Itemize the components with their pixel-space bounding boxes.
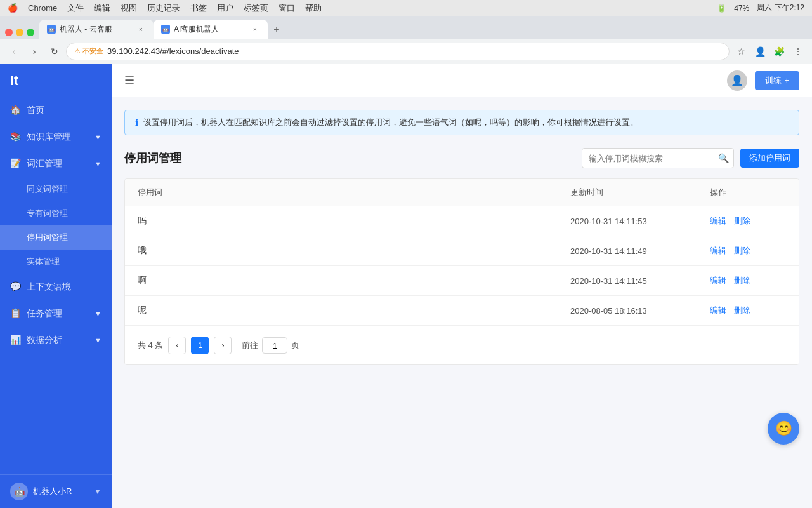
menu-bookmarks[interactable]: 书签 — [190, 3, 207, 14]
toolbar-actions: ☆ 👤 🧩 ⋮ — [732, 43, 807, 60]
delete-btn-1[interactable]: 删除 — [734, 245, 750, 257]
browser-tab-1[interactable]: 🤖 AI客服机器人 × — [154, 20, 268, 39]
actions-1: 编辑 删除 — [710, 245, 786, 257]
close-window-btn[interactable] — [5, 29, 13, 36]
next-page-button[interactable]: › — [214, 337, 232, 354]
sidebar-item-task[interactable]: 📋 任务管理 ▼ — [0, 300, 112, 327]
macos-status: 🔋 47% 周六 下午2:12 — [717, 3, 804, 13]
address-bar[interactable]: ⚠ 不安全 39.100.242.43/#/lexicons/deactivat… — [66, 43, 730, 60]
sidebar-label-context: 上下文语境 — [27, 281, 71, 293]
goto-input[interactable] — [262, 337, 287, 354]
home-icon: 🏠 — [10, 105, 22, 116]
analysis-expand-icon: ▼ — [95, 337, 102, 344]
sidebar-item-synonym[interactable]: 同义词管理 — [0, 177, 112, 201]
bot-avatar: 🤖 — [10, 483, 28, 500]
goto-label: 前往 — [242, 340, 258, 351]
app-header: ☰ 👤 训练 + — [112, 64, 812, 97]
delete-btn-2[interactable]: 删除 — [734, 275, 750, 286]
logo-text: It — [10, 72, 18, 89]
back-button[interactable]: ‹ — [5, 43, 23, 60]
knowledge-expand-icon: ▼ — [95, 133, 102, 141]
actions-2: 编辑 删除 — [710, 275, 786, 286]
chat-icon: 😊 — [775, 420, 792, 437]
menu-edit[interactable]: 编辑 — [94, 3, 110, 14]
menu-help[interactable]: 帮助 — [305, 3, 322, 14]
user-avatar[interactable]: 👤 — [727, 70, 747, 91]
train-button[interactable]: 训练 + — [755, 71, 799, 90]
extensions-icon[interactable]: 🧩 — [770, 43, 788, 60]
clock: 周六 下午2:12 — [757, 3, 804, 13]
sidebar-bot[interactable]: 🤖 机器人小R ▼ — [0, 474, 112, 508]
tab-favicon-1: 🤖 — [161, 25, 170, 34]
edit-btn-2[interactable]: 编辑 — [710, 275, 726, 286]
data-table: 停用词 更新时间 操作 吗 2020-10-31 14:11:53 编辑 删除 … — [124, 178, 799, 365]
search-input[interactable] — [582, 148, 734, 168]
edit-btn-0[interactable]: 编辑 — [710, 215, 726, 227]
browser-tab-0[interactable]: 🤖 机器人 - 云客服 × — [39, 20, 154, 39]
profile-icon[interactable]: 👤 — [751, 43, 769, 60]
col-word: 停用词 — [138, 187, 570, 198]
maximize-window-btn[interactable] — [27, 29, 34, 36]
sidebar-item-knowledge[interactable]: 📚 知识库管理 ▼ — [0, 124, 112, 150]
sidebar-label-entity: 实体管理 — [27, 256, 60, 267]
delete-btn-3[interactable]: 删除 — [734, 305, 750, 316]
sidebar-label-stopword: 停用词管理 — [27, 232, 68, 243]
sidebar-label-synonym: 同义词管理 — [27, 184, 68, 195]
menu-icon[interactable]: ⋮ — [789, 43, 807, 60]
lexicon-expand-icon: ▼ — [95, 160, 102, 168]
sidebar-item-stopword[interactable]: 停用词管理 — [0, 225, 112, 250]
minimize-window-btn[interactable] — [16, 29, 23, 36]
time-2: 2020-10-31 14:11:45 — [570, 276, 710, 286]
edit-btn-3[interactable]: 编辑 — [710, 305, 726, 316]
tab-label-0: 机器人 - 云客服 — [60, 24, 112, 35]
sidebar-label-special: 专有词管理 — [27, 208, 68, 219]
menu-file[interactable]: 文件 — [67, 3, 84, 14]
tab-label-1: AI客服机器人 — [174, 24, 219, 35]
user-icon: 👤 — [731, 74, 743, 86]
actions-0: 编辑 删除 — [710, 215, 786, 227]
add-stopword-button[interactable]: 添加停用词 — [740, 149, 799, 168]
info-text: 设置停用词后，机器人在匹配知识库之前会自动过滤掉设置的停用词，避免一些语气词（如… — [143, 117, 638, 128]
table-header: 停用词 更新时间 操作 — [125, 179, 799, 206]
prev-page-button[interactable]: ‹ — [168, 337, 186, 354]
knowledge-icon: 📚 — [10, 131, 22, 143]
current-page-button[interactable]: 1 — [191, 337, 209, 354]
sidebar-label-knowledge: 知识库管理 — [27, 131, 71, 143]
search-area: 🔍 添加停用词 — [582, 148, 799, 168]
edit-btn-1[interactable]: 编辑 — [710, 245, 726, 257]
tab-close-0[interactable]: × — [136, 24, 146, 34]
total-count: 共 4 条 — [138, 340, 163, 351]
bookmark-icon[interactable]: ☆ — [732, 43, 750, 60]
menu-window[interactable]: 窗口 — [278, 3, 295, 14]
menu-toggle-button[interactable]: ☰ — [124, 74, 134, 88]
menu-tabs[interactable]: 标签页 — [244, 3, 268, 14]
sidebar-item-entity[interactable]: 实体管理 — [0, 250, 112, 274]
forward-button[interactable]: › — [25, 43, 43, 60]
chrome-browser: 🤖 机器人 - 云客服 × 🤖 AI客服机器人 × + ‹ › ↻ ⚠ 不安全 … — [0, 16, 812, 64]
lexicon-icon: 📝 — [10, 158, 22, 170]
sidebar-label-lexicon: 词汇管理 — [27, 158, 62, 170]
menu-history[interactable]: 历史记录 — [147, 3, 180, 14]
sidebar-item-context[interactable]: 💬 上下文语境 — [0, 274, 112, 300]
menu-user[interactable]: 用户 — [217, 3, 233, 14]
sidebar-item-home[interactable]: 🏠 首页 — [0, 97, 112, 124]
sidebar-item-analysis[interactable]: 📊 数据分析 ▼ — [0, 327, 112, 354]
page-title: 停用词管理 — [124, 150, 181, 166]
chat-widget[interactable]: 😊 — [768, 413, 799, 444]
apple-menu[interactable]: 🍎 — [8, 3, 18, 13]
sidebar-logo: It — [0, 64, 112, 97]
delete-btn-0[interactable]: 删除 — [734, 215, 750, 227]
menu-chrome[interactable]: Chrome — [28, 3, 57, 13]
bot-name: 机器人小R — [33, 486, 72, 497]
sidebar: It 🏠 首页 📚 知识库管理 ▼ 📝 词汇管理 ▼ 同义词管理 专有词管理 停… — [0, 64, 112, 508]
col-updated: 更新时间 — [570, 187, 710, 198]
reload-button[interactable]: ↻ — [46, 43, 63, 60]
tab-close-1[interactable]: × — [250, 24, 260, 34]
table-row: 哦 2020-10-31 14:11:49 编辑 删除 — [125, 236, 799, 266]
new-tab-button[interactable]: + — [268, 21, 285, 39]
menu-view[interactable]: 视图 — [121, 3, 137, 14]
info-icon: ℹ — [135, 117, 138, 128]
sidebar-label-task: 任务管理 — [27, 308, 62, 319]
sidebar-item-special[interactable]: 专有词管理 — [0, 201, 112, 225]
sidebar-item-lexicon[interactable]: 📝 词汇管理 ▼ — [0, 150, 112, 177]
